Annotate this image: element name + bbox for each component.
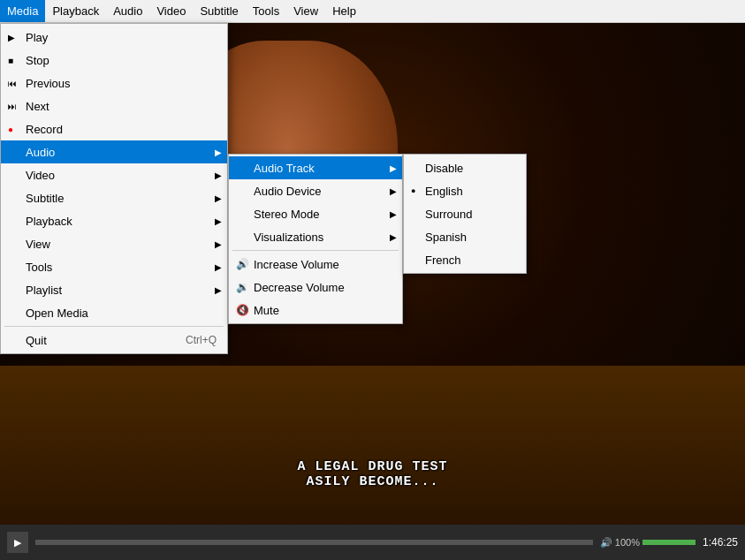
track-english-label: English	[425, 185, 463, 198]
video-table	[0, 366, 745, 525]
track-english[interactable]: ● English	[404, 179, 526, 202]
audio-submenu-visualizations[interactable]: Visualizations ▶	[229, 225, 402, 248]
visualizations-label: Visualizations	[254, 231, 323, 244]
menu-item-previous[interactable]: ⏮ Previous	[1, 72, 227, 95]
stop-label: Stop	[26, 54, 49, 67]
stereo-mode-arrow-icon: ▶	[390, 209, 397, 219]
track-surround-label: Surround	[425, 208, 472, 221]
menu-item-playback[interactable]: Playback ▶	[1, 209, 227, 232]
track-surround[interactable]: Surround	[404, 202, 526, 225]
menu-audio[interactable]: Audio	[106, 0, 149, 22]
play-label: Play	[26, 31, 48, 44]
tools-label: Tools	[26, 261, 52, 274]
audio-submenu-stereo[interactable]: Stereo Mode ▶	[229, 202, 402, 225]
subtitle-overlay: A LEGAL DRUG TEST ASILY BECOME...	[0, 459, 745, 489]
playback-arrow-icon: ▶	[215, 216, 222, 226]
track-selected-bullet: ●	[411, 186, 415, 195]
audio-submenu-decrease-vol[interactable]: 🔉 Decrease Volume	[229, 276, 402, 299]
next-icon: ⏭	[8, 102, 17, 111]
track-french-label: French	[425, 254, 460, 267]
volume-bar[interactable]	[642, 540, 696, 545]
controls-bar: ▶ 🔊 100% 1:46:25	[0, 525, 745, 560]
stereo-mode-label: Stereo Mode	[254, 208, 319, 221]
audio-label: Audio	[26, 146, 55, 159]
menu-item-play[interactable]: ▶ Play	[1, 26, 227, 49]
video-label: Video	[26, 169, 55, 182]
play-button[interactable]: ▶	[7, 532, 28, 553]
menu-item-tools[interactable]: Tools ▶	[1, 255, 227, 278]
increase-vol-label: Increase Volume	[254, 258, 339, 271]
track-french[interactable]: French	[404, 248, 526, 271]
menu-media[interactable]: Media	[0, 0, 45, 22]
audio-submenu-mute[interactable]: 🔇 Mute	[229, 299, 402, 322]
view-label: View	[26, 238, 50, 251]
volume-fill	[642, 540, 696, 545]
quit-label: Quit	[26, 334, 47, 347]
volume-icon: 🔊	[600, 537, 612, 549]
menu-item-playlist[interactable]: Playlist ▶	[1, 278, 227, 301]
subtitle-label: Subtitle	[26, 192, 64, 205]
stop-icon: ■	[8, 56, 13, 65]
menu-tools[interactable]: Tools	[246, 0, 286, 22]
increase-vol-icon: 🔊	[236, 258, 249, 270]
track-spanish[interactable]: Spanish	[404, 225, 526, 248]
volume-area: 🔊 100%	[600, 537, 696, 549]
tools-arrow-icon: ▶	[215, 262, 222, 272]
audio-track-label: Audio Track	[254, 162, 315, 175]
audio-device-arrow-icon: ▶	[390, 186, 397, 196]
playback-menu: ▶ Play ■ Stop ⏮ Previous ⏭ Next ● Record…	[0, 23, 228, 354]
menu-item-open-media[interactable]: Open Media	[1, 301, 227, 324]
decrease-vol-label: Decrease Volume	[254, 281, 345, 294]
record-label: Record	[26, 123, 63, 136]
quit-shortcut: Ctrl+Q	[168, 334, 217, 346]
view-arrow-icon: ▶	[215, 239, 222, 249]
audio-sep-1	[232, 250, 399, 251]
audio-track-submenu: Disable ● English Surround Spanish Frenc…	[403, 154, 527, 274]
open-media-label: Open Media	[26, 306, 88, 320]
menu-item-view[interactable]: View ▶	[1, 232, 227, 255]
playlist-label: Playlist	[26, 284, 62, 297]
time-display: 1:46:25	[703, 536, 738, 549]
track-disable-label: Disable	[425, 162, 463, 175]
menu-separator-1	[4, 326, 224, 327]
menu-item-subtitle[interactable]: Subtitle ▶	[1, 186, 227, 209]
audio-device-label: Audio Device	[254, 185, 322, 198]
audio-submenu-device[interactable]: Audio Device ▶	[229, 179, 402, 202]
playlist-arrow-icon: ▶	[215, 285, 222, 295]
menu-item-record[interactable]: ● Record	[1, 117, 227, 140]
menu-subtitle[interactable]: Subtitle	[193, 0, 245, 22]
menu-bar: Media Playback Audio Video Subtitle Tool…	[0, 0, 745, 23]
play-icon: ▶	[8, 33, 15, 42]
track-spanish-label: Spanish	[425, 231, 467, 244]
menu-item-stop[interactable]: ■ Stop	[1, 49, 227, 72]
video-arrow-icon: ▶	[215, 170, 222, 180]
mute-label: Mute	[254, 304, 279, 317]
visualizations-arrow-icon: ▶	[390, 232, 397, 242]
mute-icon: 🔇	[236, 304, 249, 316]
next-label: Next	[26, 100, 49, 113]
menu-view[interactable]: View	[286, 0, 325, 22]
menu-item-next[interactable]: ⏭ Next	[1, 95, 227, 117]
progress-bar[interactable]	[35, 540, 593, 545]
volume-percent: 100%	[615, 537, 640, 548]
audio-track-arrow-icon: ▶	[390, 163, 397, 173]
previous-icon: ⏮	[8, 79, 17, 88]
record-icon: ●	[8, 125, 13, 134]
audio-submenu-track[interactable]: Audio Track ▶	[229, 156, 402, 179]
previous-label: Previous	[26, 77, 71, 90]
menu-item-quit[interactable]: Quit Ctrl+Q	[1, 329, 227, 352]
menu-item-video[interactable]: Video ▶	[1, 163, 227, 186]
menu-video[interactable]: Video	[149, 0, 193, 22]
audio-submenu-increase-vol[interactable]: 🔊 Increase Volume	[229, 253, 402, 276]
menu-help[interactable]: Help	[325, 0, 363, 22]
audio-arrow-icon: ▶	[215, 148, 222, 157]
menu-item-audio[interactable]: Audio ▶	[1, 140, 227, 163]
audio-submenu: Audio Track ▶ Audio Device ▶ Stereo Mode…	[228, 154, 403, 324]
menu-playback[interactable]: Playback	[45, 0, 106, 22]
track-disable[interactable]: Disable	[404, 156, 526, 179]
decrease-vol-icon: 🔉	[236, 281, 249, 293]
playback-label: Playback	[26, 215, 72, 228]
subtitle-arrow-icon: ▶	[215, 193, 222, 203]
